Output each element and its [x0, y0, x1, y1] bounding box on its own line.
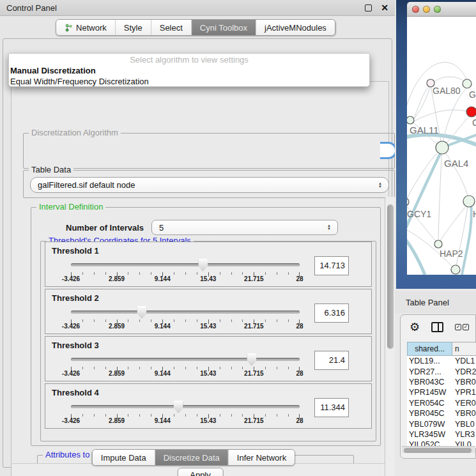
tick-labels: -3.4262.8599.14415.4321.71528 [71, 417, 300, 425]
control-panel-scrollbar[interactable] [385, 197, 395, 476]
network-window-titlebar [407, 2, 476, 17]
top-tab[interactable]: Cyni Toolbox [191, 20, 256, 35]
column-header-shared-name[interactable]: shared... [407, 342, 452, 356]
tick-labels: -3.4262.8599.14415.4321.71528 [71, 275, 300, 283]
tick-label: 28 [296, 323, 303, 330]
apply-button[interactable]: Apply [177, 468, 224, 476]
network-view-window: GAL80GCGAL11GAL4GCY1HHAP2 [396, 0, 476, 289]
cell-name: YBL0 [452, 420, 476, 429]
threshold-block: Threshold 3 -3.4262.8599.14415.4321.7152… [45, 336, 372, 381]
table-row[interactable]: YDL19... YDL1 [407, 356, 476, 366]
cell-name: YER0 [452, 399, 476, 408]
top-tab[interactable]: jActiveMNodules [256, 20, 335, 35]
network-node[interactable] [451, 265, 460, 274]
dropdown-item[interactable]: Manual Discretization [9, 65, 369, 76]
table-data-combobox[interactable]: galFiltered.sif default node ▲▼ [30, 177, 389, 193]
slider-thumb[interactable] [137, 306, 146, 319]
checkbox-icon[interactable]: ✓ [455, 324, 461, 330]
number-of-intervals-value: 5 [159, 223, 164, 233]
network-node-label: H [473, 209, 476, 219]
float-window-icon[interactable] [365, 4, 372, 12]
network-canvas[interactable]: GAL80GCGAL11GAL4GCY1HHAP2 [407, 17, 476, 275]
slider-thumb[interactable] [174, 401, 183, 413]
dropdown-items: Manual Discretization Equal Width/Freque… [9, 65, 369, 87]
number-of-intervals-label: Number of Intervals [66, 223, 144, 233]
table-row[interactable]: YLR345W YLR3 [407, 429, 476, 440]
gear-icon[interactable]: ⚙ [410, 321, 420, 333]
table-panel-title: Table Panel [406, 298, 449, 307]
network-node[interactable] [466, 107, 476, 117]
network-node-label: GAL11 [410, 125, 439, 135]
table-header-row: shared... n [407, 342, 476, 356]
top-tab[interactable]: Select [151, 20, 191, 35]
number-of-intervals-spinner[interactable]: 5 ▲▼ [151, 220, 338, 235]
table-horizontal-scrollbar[interactable] [402, 446, 475, 453]
tick-label: 15.43 [200, 417, 216, 424]
top-tab[interactable]: Network [56, 20, 115, 35]
threshold-value-field[interactable]: 14.713 [314, 256, 349, 275]
panel-title: Control Panel [6, 3, 57, 13]
network-node-label: G [469, 89, 476, 100]
threshold-list: Threshold 1 -3.4262.8599.14415.4321.7152… [41, 242, 376, 429]
threshold-value-field[interactable]: 11.344 [314, 398, 349, 417]
network-branch-icon [65, 24, 73, 32]
network-node[interactable] [407, 198, 409, 206]
close-icon[interactable]: ✕ [381, 4, 388, 12]
control-panel-scroll-thumb[interactable] [387, 204, 394, 349]
table-rows: YDL19... YDL1 YDR27... YDR2 YBR043C YBR0 [407, 356, 476, 448]
table-row[interactable]: YBR045C YBR0 [407, 408, 476, 418]
network-node-label: GCY1 [407, 209, 431, 219]
top-tab-label: Style [124, 23, 142, 33]
checkbox-icon[interactable]: ✓ [463, 324, 469, 330]
zoom-traffic-light-icon[interactable] [434, 6, 441, 13]
cell-shared-name: YBR043C [407, 378, 452, 387]
threshold-label: Threshold 2 [52, 293, 99, 303]
network-node[interactable] [407, 116, 414, 124]
table-row[interactable]: YBL079W YBL0 [407, 418, 476, 429]
slider-track[interactable] [71, 405, 300, 408]
select-columns-icons[interactable]: ✓ ✓ [455, 324, 469, 330]
slider-thumb[interactable] [198, 259, 208, 272]
slider-track[interactable] [71, 263, 300, 266]
bottom-tab[interactable]: Discretize Data [155, 450, 228, 465]
table-row[interactable]: YDR27... YDR2 [407, 366, 476, 376]
threshold-slider[interactable] [71, 259, 300, 275]
network-node[interactable] [434, 240, 442, 248]
threshold-slider[interactable] [71, 353, 300, 370]
threshold-slider[interactable] [71, 306, 300, 323]
top-tab[interactable]: Style [115, 20, 151, 35]
column-header-name[interactable]: n [452, 342, 476, 356]
threshold-slider[interactable] [71, 401, 300, 417]
tick-label: -3.426 [62, 417, 80, 424]
minimize-traffic-light-icon[interactable] [423, 6, 430, 13]
dropdown-item[interactable]: Equal Width/Frequency Discretization [9, 76, 369, 87]
table-row[interactable]: YPR145W YPR1 [407, 387, 476, 397]
threshold-value-field[interactable]: 6.316 [314, 303, 349, 323]
bottom-tab[interactable]: Impute Data [93, 450, 155, 465]
algorithm-group: Discretization Algorithm [23, 133, 395, 169]
table-panel-titlebar: Table Panel [395, 291, 476, 313]
close-traffic-light-icon[interactable] [412, 6, 419, 13]
threshold-value-field[interactable]: 21.4 [314, 351, 349, 370]
app-stage: Control Panel ✕ Network [0, 0, 476, 476]
cyni-content-panel: Discretization Algorithm Table Data galF… [11, 81, 389, 476]
table-row[interactable]: YBR043C YBR0 [407, 377, 476, 387]
slider-thumb[interactable] [247, 353, 256, 366]
table-row[interactable]: YER054C YER0 [407, 398, 476, 408]
bottom-tab-label: Discretize Data [164, 453, 220, 463]
tick-label: 2.859 [109, 275, 125, 282]
slider-track[interactable] [71, 311, 300, 314]
network-node[interactable] [463, 196, 475, 207]
table-hscroll-thumb[interactable] [404, 448, 472, 453]
bottom-tab[interactable]: Infer Network [228, 450, 295, 465]
threshold-block: Threshold 1 -3.4262.8599.14415.4321.7152… [45, 242, 372, 287]
cell-shared-name: YDR27... [407, 367, 452, 376]
cyni-outer-panel: Discretization Algorithm Table Data galF… [3, 38, 392, 468]
cell-shared-name: YBL079W [407, 420, 452, 429]
tick-label: 21.715 [244, 417, 264, 424]
network-node[interactable] [463, 79, 472, 88]
split-columns-icon[interactable] [431, 322, 443, 332]
dropdown-hint-item[interactable]: Select algorithm to view settings [9, 55, 369, 65]
network-node[interactable] [436, 141, 449, 154]
slider-track[interactable] [71, 358, 300, 361]
